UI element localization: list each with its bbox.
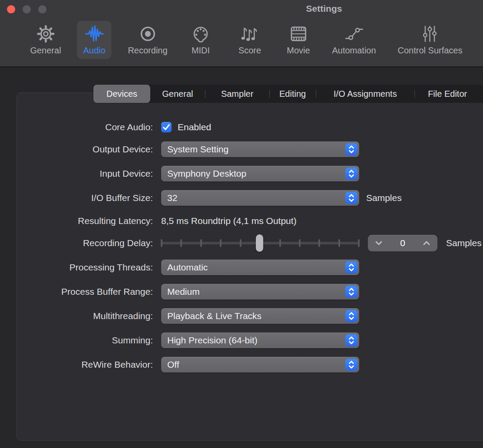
- processing-threads-label: Processing Threads:: [0, 259, 153, 276]
- checkmark-icon: [161, 122, 172, 132]
- rewire-behavior-label: ReWire Behavior:: [0, 356, 153, 373]
- row-core-audio: Core Audio: Enabled: [0, 119, 483, 136]
- core-audio-label: Core Audio:: [0, 119, 153, 136]
- input-device-label: Input Device:: [0, 165, 153, 182]
- input-device-select[interactable]: Symphony Desktop: [161, 166, 359, 181]
- row-rewire-behavior: ReWire Behavior: Off: [0, 356, 483, 373]
- recording-delay-unit: Samples: [446, 238, 482, 248]
- tab-editing[interactable]: Editing: [270, 85, 316, 103]
- tab-sampler[interactable]: Sampler: [205, 85, 269, 103]
- toolbar-item-audio[interactable]: Audio: [77, 21, 111, 59]
- row-resulting-latency: Resulting Latency: 8,5 ms Roundtrip (4,1…: [0, 212, 483, 230]
- summing-label: Summing:: [0, 332, 153, 349]
- film-strip-icon: [288, 23, 309, 44]
- toolbar-item-score[interactable]: Score: [232, 21, 267, 59]
- row-process-buffer-range: Process Buffer Range: Medium: [0, 283, 483, 300]
- processing-threads-select[interactable]: Automatic: [161, 260, 359, 275]
- popup-chevrons-icon: [345, 286, 357, 298]
- resulting-latency-label: Resulting Latency:: [0, 212, 153, 230]
- slider-thumb[interactable]: [256, 234, 263, 252]
- multithreading-select[interactable]: Playback & Live Tracks: [161, 308, 359, 324]
- mixer-sliders-icon: [420, 23, 440, 44]
- io-buffer-size-label: I/O Buffer Size:: [0, 189, 153, 207]
- process-buffer-range-label: Process Buffer Range:: [0, 283, 153, 300]
- titlebar-toolbar: Settings General: [0, 0, 483, 67]
- recording-delay-value: 0: [400, 238, 405, 248]
- popup-chevrons-icon: [345, 192, 357, 204]
- row-multithreading: Multithreading: Playback & Live Tracks: [0, 307, 483, 325]
- audio-tabs: Devices General Sampler Editing I/O Assi…: [93, 85, 483, 103]
- midi-connector-icon: [190, 23, 211, 44]
- io-buffer-size-select[interactable]: 32: [161, 190, 359, 206]
- toolbar-item-movie[interactable]: Movie: [281, 21, 316, 59]
- recording-delay-slider[interactable]: [161, 234, 360, 252]
- toolbar-item-recording[interactable]: Recording: [122, 21, 173, 59]
- logic-settings-window: { "window_title": "Settings", "toolbar":…: [0, 0, 483, 448]
- output-device-label: Output Device:: [0, 141, 153, 158]
- popup-chevrons-icon: [345, 261, 357, 273]
- row-io-buffer-size: I/O Buffer Size: 32 Samples: [0, 189, 483, 207]
- toolbar-item-control-surfaces[interactable]: Control Surfaces: [392, 21, 469, 59]
- record-icon: [137, 23, 158, 44]
- toolbar-item-automation[interactable]: Automation: [326, 21, 382, 59]
- stepper-decrement-icon[interactable]: [374, 235, 384, 251]
- row-input-device: Input Device: Symphony Desktop: [0, 165, 483, 182]
- tab-io-assignments[interactable]: I/O Assignments: [316, 85, 415, 103]
- automation-curve-icon: [344, 23, 364, 44]
- audio-waveform-icon: [84, 23, 105, 44]
- core-audio-enabled-label: Enabled: [178, 122, 211, 132]
- output-device-select[interactable]: System Setting: [161, 142, 359, 157]
- row-output-device: Output Device: System Setting: [0, 141, 483, 158]
- row-summing: Summing: High Precision (64-bit): [0, 332, 483, 349]
- summing-select[interactable]: High Precision (64-bit): [161, 333, 359, 348]
- rewire-behavior-select[interactable]: Off: [161, 357, 359, 372]
- popup-chevrons-icon: [345, 359, 357, 371]
- tab-devices[interactable]: Devices: [93, 85, 150, 103]
- row-processing-threads: Processing Threads: Automatic: [0, 259, 483, 276]
- music-notes-icon: [239, 23, 260, 44]
- popup-chevrons-icon: [345, 310, 357, 322]
- popup-chevrons-icon: [345, 168, 357, 180]
- multithreading-label: Multithreading:: [0, 307, 153, 325]
- io-buffer-size-unit: Samples: [366, 193, 402, 203]
- popup-chevrons-icon: [345, 143, 357, 155]
- row-recording-delay: Recording Delay: 0: [0, 234, 483, 252]
- toolbar-item-midi[interactable]: MIDI: [184, 21, 217, 59]
- process-buffer-range-select[interactable]: Medium: [161, 284, 359, 300]
- popup-chevrons-icon: [345, 334, 357, 346]
- recording-delay-stepper[interactable]: 0: [368, 235, 437, 251]
- recording-delay-label: Recording Delay:: [0, 234, 153, 252]
- tab-general[interactable]: General: [150, 85, 205, 103]
- toolbar-item-general[interactable]: General: [24, 21, 67, 59]
- window-title: Settings: [0, 3, 483, 14]
- gear-icon: [35, 23, 56, 44]
- resulting-latency-value: 8,5 ms Roundtrip (4,1 ms Output): [161, 216, 297, 226]
- tab-file-editor[interactable]: File Editor: [415, 85, 483, 103]
- stepper-increment-icon[interactable]: [422, 235, 431, 251]
- core-audio-checkbox[interactable]: [161, 122, 172, 132]
